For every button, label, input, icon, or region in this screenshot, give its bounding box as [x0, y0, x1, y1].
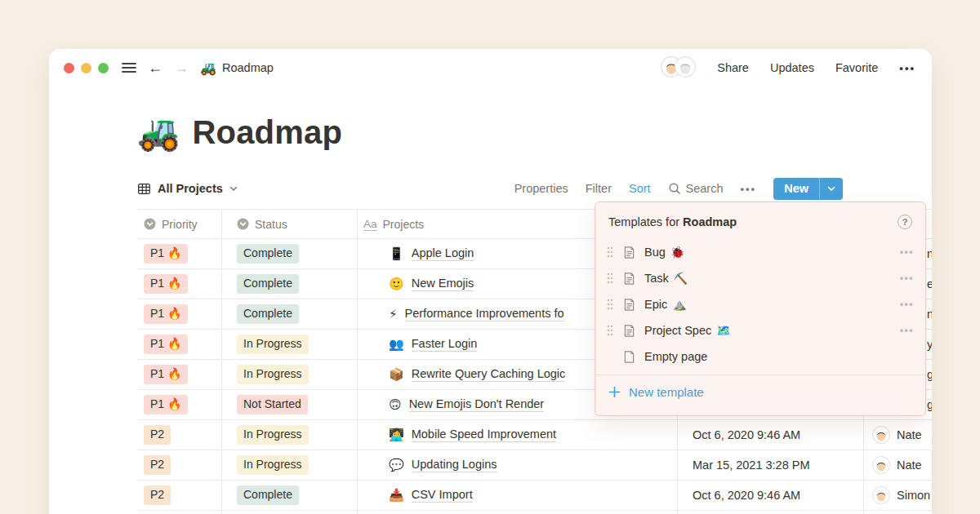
template-label: Bug — [644, 246, 666, 259]
tractor-emoji-icon[interactable]: 🚜 — [137, 116, 180, 150]
column-header-priority[interactable]: Priority — [137, 210, 222, 238]
project-emoji-icon: 🙃 — [389, 397, 402, 412]
favorite-button[interactable]: Favorite — [835, 61, 878, 74]
table-row: P2 In Progress 👩‍💻 Mobile Speed Improvem… — [137, 420, 932, 450]
app-window: ← → 🚜 Roadmap Share Updates Favorite •••… — [49, 49, 932, 514]
status-cell[interactable]: In Progress — [222, 420, 358, 450]
template-label: Task — [644, 272, 669, 285]
new-button[interactable]: New — [773, 178, 843, 200]
person-cell[interactable]: Nate — [864, 420, 932, 450]
help-icon[interactable]: ? — [898, 215, 912, 229]
collaborator-avatars[interactable] — [661, 56, 696, 80]
properties-button[interactable]: Properties — [514, 182, 568, 195]
template-item[interactable]: Epic ⛰️ ••• — [595, 291, 925, 317]
project-link[interactable]: Faster Login — [412, 337, 478, 352]
templates-popup: Templates for Roadmap ? Bug 🐞 ••• Task — [595, 202, 926, 416]
status-cell[interactable]: Complete — [222, 481, 358, 510]
project-cell[interactable]: 💬 Updating Logins — [358, 450, 678, 480]
person-name: Simon — [897, 489, 930, 502]
template-emoji-icon: ⛏️ — [674, 272, 688, 285]
breadcrumb[interactable]: 🚜 Roadmap — [200, 60, 274, 76]
search-button[interactable]: Search — [668, 182, 724, 195]
new-button-label[interactable]: New — [773, 178, 819, 200]
forward-arrow-icon[interactable]: → — [174, 60, 189, 75]
project-link[interactable]: Apple Login — [412, 246, 474, 261]
status-cell[interactable]: Not Started — [222, 390, 358, 419]
project-link[interactable]: New Emojis Don't Render — [409, 397, 545, 412]
priority-cell[interactable]: P1 🔥 — [137, 330, 222, 359]
view-more-options-icon[interactable]: ••• — [741, 183, 757, 195]
view-name: All Projects — [158, 182, 223, 195]
status-pill: In Progress — [237, 335, 309, 354]
column-header-status[interactable]: Status — [222, 210, 358, 238]
select-property-icon — [144, 218, 156, 230]
template-page-icon — [622, 272, 636, 286]
template-item[interactable]: Project Spec 🗺️ ••• — [595, 317, 925, 343]
project-link[interactable]: Mobile Speed Improvement — [412, 428, 556, 442]
priority-cell[interactable]: P2 — [137, 481, 222, 510]
priority-cell[interactable]: P1 🔥 — [137, 390, 222, 419]
project-link[interactable]: Performance Improvements fo — [405, 307, 564, 321]
template-item[interactable]: Bug 🐞 ••• — [595, 239, 925, 265]
project-cell[interactable]: 👩‍💻 Mobile Speed Improvement — [358, 420, 678, 450]
project-emoji-icon: 📥 — [389, 488, 404, 503]
status-cell[interactable]: In Progress — [222, 330, 358, 359]
view-selector[interactable]: All Projects — [137, 182, 238, 196]
template-more-icon[interactable]: ••• — [900, 299, 914, 310]
template-more-icon[interactable]: ••• — [900, 246, 914, 258]
updates-button[interactable]: Updates — [770, 61, 814, 74]
drag-handle-icon[interactable] — [607, 273, 613, 284]
status-cell[interactable]: Complete — [222, 239, 358, 268]
page-title-text[interactable]: Roadmap — [192, 114, 342, 151]
person-cell[interactable]: Nate — [864, 450, 932, 480]
filter-button[interactable]: Filter — [586, 182, 612, 195]
status-cell[interactable]: Complete — [222, 299, 358, 329]
priority-cell[interactable]: P2 — [137, 420, 222, 450]
avatar — [872, 426, 890, 444]
template-more-icon[interactable]: ••• — [900, 273, 914, 284]
priority-pill: P2 — [144, 455, 171, 475]
drag-handle-icon[interactable] — [607, 246, 613, 258]
close-window-icon[interactable] — [64, 63, 74, 73]
priority-cell[interactable]: P1 🔥 — [137, 360, 222, 389]
template-item[interactable]: Task ⛏️ ••• — [595, 265, 925, 291]
minimize-window-icon[interactable] — [81, 63, 91, 73]
project-link[interactable]: New Emojis — [412, 277, 474, 291]
date-cell[interactable]: Mar 15, 2021 3:28 PM — [678, 450, 864, 480]
column-header-label: Priority — [162, 218, 198, 231]
drag-handle-icon[interactable] — [607, 299, 613, 310]
empty-page-item[interactable]: Empty page — [595, 343, 925, 370]
status-cell[interactable]: In Progress — [222, 450, 358, 480]
project-link[interactable]: CSV Import — [412, 488, 473, 503]
template-more-icon[interactable]: ••• — [900, 325, 914, 336]
zoom-window-icon[interactable] — [98, 63, 109, 73]
priority-cell[interactable]: P1 🔥 — [137, 269, 222, 299]
status-cell[interactable]: Complete — [222, 269, 358, 299]
search-label: Search — [686, 182, 724, 195]
new-dropdown-chevron-icon[interactable] — [819, 178, 843, 200]
sidebar-menu-icon[interactable] — [122, 62, 136, 73]
chevron-down-icon — [229, 186, 238, 192]
project-link[interactable]: Updating Logins — [412, 458, 497, 472]
table-row: P2 In Progress 💬 Updating Logins Mar 15,… — [137, 450, 932, 481]
date-cell[interactable]: Oct 6, 2020 9:46 AM — [678, 481, 864, 510]
project-link[interactable]: Rewrite Query Caching Logic — [412, 367, 566, 382]
clipped-row-text: e — [927, 277, 932, 290]
person-name: Nate — [897, 459, 922, 472]
new-template-button[interactable]: New template — [595, 375, 925, 409]
status-cell[interactable]: In Progress — [222, 360, 358, 389]
priority-cell[interactable]: P1 🔥 — [137, 239, 222, 268]
priority-cell[interactable]: P1 🔥 — [137, 299, 222, 329]
share-button[interactable]: Share — [717, 61, 749, 74]
project-emoji-icon: 📱 — [389, 246, 404, 261]
drag-handle-icon[interactable] — [607, 325, 613, 336]
traffic-lights — [64, 63, 109, 73]
priority-cell[interactable]: P2 — [137, 450, 222, 480]
person-cell[interactable]: Simon — [864, 481, 932, 510]
top-bar: ← → 🚜 Roadmap Share Updates Favorite ••• — [49, 49, 932, 86]
date-cell[interactable]: Oct 6, 2020 9:46 AM — [678, 420, 864, 450]
sort-button[interactable]: Sort — [629, 182, 651, 195]
project-cell[interactable]: 📥 CSV Import — [358, 481, 678, 510]
back-arrow-icon[interactable]: ← — [148, 60, 163, 75]
more-options-icon[interactable]: ••• — [899, 62, 915, 74]
